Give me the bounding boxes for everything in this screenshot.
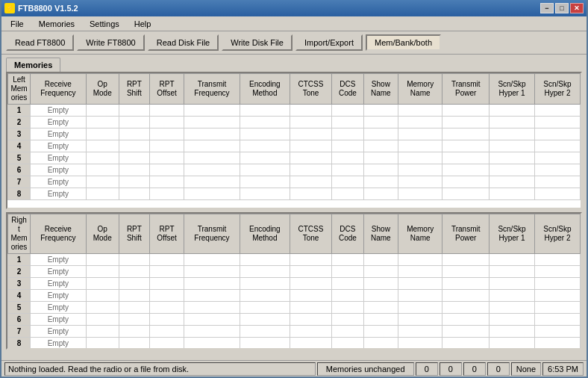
table-row[interactable]: 8Empty xyxy=(8,188,581,200)
data-cell xyxy=(150,140,184,152)
table-row[interactable]: 4Empty xyxy=(8,290,581,302)
data-cell xyxy=(442,105,490,117)
data-cell xyxy=(398,302,442,314)
data-cell xyxy=(490,128,535,140)
menu-memories[interactable]: Memories xyxy=(33,18,81,30)
data-cell xyxy=(332,290,364,302)
data-cell xyxy=(86,254,119,266)
receive-frequency-cell: Empty xyxy=(31,152,87,164)
data-cell xyxy=(184,117,240,128)
receive-frequency-cell: Empty xyxy=(31,302,87,314)
table-row[interactable]: 2Empty xyxy=(8,117,581,128)
data-cell xyxy=(150,117,184,128)
right-memories-grid: RightMemories ReceiveFrequency OpMode RP… xyxy=(6,212,582,350)
table-row[interactable]: 8Empty xyxy=(8,338,581,349)
data-cell xyxy=(240,314,290,326)
mem-bank-both-button[interactable]: Mem/Bank/both xyxy=(366,34,441,51)
write-ft8800-button[interactable]: Write FT8800 xyxy=(77,34,144,51)
data-cell xyxy=(184,128,240,140)
table-row[interactable]: 3Empty xyxy=(8,128,581,140)
row-number: 4 xyxy=(8,140,31,152)
data-cell xyxy=(534,314,580,326)
data-cell xyxy=(290,278,331,290)
data-cell xyxy=(534,266,580,278)
table-row[interactable]: 5Empty xyxy=(8,152,581,164)
data-cell xyxy=(490,140,535,152)
row-number: 1 xyxy=(8,254,31,266)
data-cell xyxy=(290,164,331,176)
col-op-mode: OpMode xyxy=(86,74,119,105)
table-row[interactable]: 2Empty xyxy=(8,266,581,278)
count-4: 0 xyxy=(487,362,510,376)
data-cell xyxy=(398,128,442,140)
read-ft8800-button[interactable]: Read FT8800 xyxy=(6,34,74,51)
col-left-memories: LeftMemories xyxy=(8,74,31,105)
table-row[interactable]: 7Empty xyxy=(8,326,581,338)
minimize-button[interactable]: − xyxy=(540,3,554,13)
table-row[interactable]: 5Empty xyxy=(8,302,581,314)
data-cell xyxy=(398,254,442,266)
col-dcs-code-r: DCSCode xyxy=(332,214,364,254)
data-cell xyxy=(184,290,240,302)
right-grid-scroll[interactable]: RightMemories ReceiveFrequency OpMode RP… xyxy=(7,214,581,348)
data-cell xyxy=(398,314,442,326)
data-cell xyxy=(119,117,149,128)
table-row[interactable]: 1Empty xyxy=(8,105,581,117)
close-button[interactable]: ✕ xyxy=(570,3,584,13)
table-row[interactable]: 7Empty xyxy=(8,176,581,188)
data-cell xyxy=(442,266,490,278)
table-row[interactable]: 3Empty xyxy=(8,278,581,290)
data-cell xyxy=(490,254,535,266)
data-cell xyxy=(534,117,580,128)
col-ctcss-tone-r: CTCSSTone xyxy=(290,214,331,254)
data-cell xyxy=(490,314,535,326)
row-number: 3 xyxy=(8,278,31,290)
table-row[interactable]: 6Empty xyxy=(8,314,581,326)
data-cell xyxy=(184,152,240,164)
data-cell xyxy=(332,188,364,200)
data-cell xyxy=(398,338,442,349)
col-right-memories: RightMemories xyxy=(8,214,31,254)
col-transmit-freq-r: TransmitFrequency xyxy=(184,214,240,254)
maximize-button[interactable]: □ xyxy=(555,3,569,13)
data-cell xyxy=(119,338,149,349)
menu-settings[interactable]: Settings xyxy=(84,18,125,30)
col-memory-name: MemoryName xyxy=(398,74,442,105)
table-row[interactable]: 6Empty xyxy=(8,164,581,176)
data-cell xyxy=(490,176,535,188)
col-memory-name-r: MemoryName xyxy=(398,214,442,254)
menu-file[interactable]: File xyxy=(4,18,30,30)
data-cell xyxy=(534,338,580,349)
data-cell xyxy=(184,326,240,338)
data-cell xyxy=(119,254,149,266)
data-cell xyxy=(240,302,290,314)
data-cell xyxy=(363,105,398,117)
data-cell xyxy=(534,105,580,117)
data-cell xyxy=(290,117,331,128)
data-cell xyxy=(150,266,184,278)
data-cell xyxy=(119,302,149,314)
data-cell xyxy=(290,314,331,326)
read-disk-file-button[interactable]: Read Disk File xyxy=(148,34,219,51)
menu-help[interactable]: Help xyxy=(128,18,157,30)
receive-frequency-cell: Empty xyxy=(31,326,87,338)
data-cell xyxy=(119,176,149,188)
data-cell xyxy=(119,140,149,152)
data-cell xyxy=(534,290,580,302)
data-cell xyxy=(332,314,364,326)
import-export-button[interactable]: Import/Export xyxy=(295,34,363,51)
tab-memories[interactable]: Memories xyxy=(6,58,60,72)
left-grid-scroll[interactable]: LeftMemories ReceiveFrequency OpMode RPT… xyxy=(7,73,581,208)
data-cell xyxy=(240,140,290,152)
table-row[interactable]: 4Empty xyxy=(8,140,581,152)
data-cell xyxy=(490,338,535,349)
menu-bar: File Memories Settings Help xyxy=(1,16,587,31)
col-scn-skp-hyper2-r: Scn/SkpHyper 2 xyxy=(534,214,580,254)
toolbar: Read FT8800 Write FT8800 Read Disk File … xyxy=(1,31,587,55)
table-row[interactable]: 1Empty xyxy=(8,254,581,266)
data-cell xyxy=(150,105,184,117)
receive-frequency-cell: Empty xyxy=(31,105,87,117)
write-disk-file-button[interactable]: Write Disk File xyxy=(222,34,293,51)
col-rpt-offset-r: RPTOffset xyxy=(150,214,184,254)
data-cell xyxy=(398,266,442,278)
